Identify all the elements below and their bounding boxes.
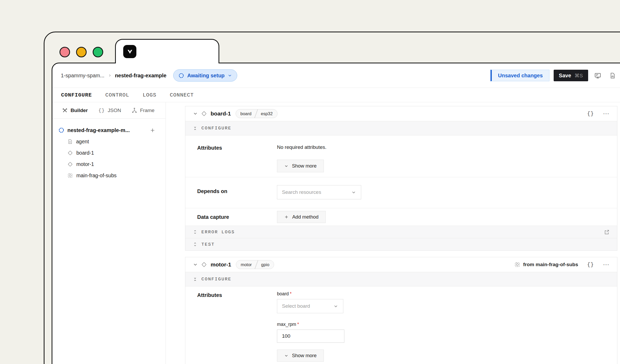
diamond-icon	[201, 111, 207, 117]
chevron-down-icon	[333, 304, 338, 309]
configure-canvas: board-1 board esp32 {} ⋯	[166, 102, 620, 364]
traffic-lights	[59, 47, 103, 57]
configure-sidebar: Builder {} JSON Frame	[52, 102, 166, 364]
tree-item-motor-1[interactable]: motor-1	[52, 159, 166, 170]
resource-type-tags: board esp32	[236, 109, 277, 118]
ellipsis-icon: ⋯	[603, 261, 610, 268]
tab-logs[interactable]: LOGS	[143, 92, 156, 98]
select-placeholder: Search resources	[282, 189, 351, 195]
depends-on-select[interactable]: Search resources	[277, 185, 361, 199]
breadcrumb-parent[interactable]: 1-spammy-spam...	[61, 73, 105, 79]
add-method-label: Add method	[292, 214, 319, 220]
field-name: max_rpm	[277, 322, 296, 327]
fragment-source: from main-frag-of-subs	[514, 262, 578, 267]
unsaved-changes-label: Unsaved changes	[498, 73, 543, 79]
configure-section-bar[interactable]: CONFIGURE	[185, 272, 617, 286]
tag-model: esp32	[256, 111, 277, 116]
awaiting-spinner-icon	[178, 73, 184, 79]
app-header: 1-spammy-spam... nested-frag-example Awa…	[52, 63, 620, 88]
card-more-button[interactable]: ⋯	[603, 110, 610, 117]
tab-connect[interactable]: CONNECT	[170, 92, 194, 98]
show-more-button[interactable]: Show more	[277, 350, 324, 362]
machine-part-icon	[58, 127, 65, 133]
data-capture-label: Data capture	[197, 214, 277, 220]
section-label: CONFIGURE	[201, 277, 231, 282]
plus-icon	[284, 215, 289, 219]
chevron-down-icon	[351, 190, 356, 195]
tree-item-label: board-1	[76, 150, 94, 156]
app-window: 1-spammy-spam... nested-frag-example Awa…	[52, 63, 620, 364]
expand-vertical-icon	[193, 242, 197, 247]
diamond-icon	[201, 262, 207, 267]
chevron-down-icon	[284, 353, 289, 358]
tree-item-main-frag-of-subs[interactable]: main-frag-of-subs	[52, 170, 166, 181]
max-rpm-input[interactable]	[277, 330, 344, 343]
attributes-row: Attributes No required attributes. Show …	[185, 135, 617, 177]
resource-type-tags: motor gpio	[236, 260, 274, 269]
collapse-card-chevron[interactable]	[193, 262, 198, 267]
resource-card-board-1: board-1 board esp32 {} ⋯	[185, 106, 617, 251]
card-header: motor-1 motor gpio from main-frag-	[185, 257, 617, 272]
fragment-icon	[514, 262, 520, 267]
machine-status-dropdown[interactable]: Awaiting setup	[173, 69, 237, 82]
browser-tab[interactable]	[115, 39, 219, 63]
machine-name: nested-frag-example	[115, 73, 167, 79]
show-more-button[interactable]: Show more	[277, 160, 324, 172]
expand-vertical-icon	[193, 230, 197, 234]
resource-tree: nested-frag-example-m... agent	[52, 119, 166, 181]
show-more-label: Show more	[292, 163, 317, 169]
sidebar-mode-switcher: Builder {} JSON Frame	[52, 102, 166, 119]
tab-configure[interactable]: CONFIGURE	[61, 92, 92, 98]
configure-section-bar[interactable]: CONFIGURE	[185, 121, 617, 135]
status-label: Awaiting setup	[187, 73, 225, 79]
board-select[interactable]: Select board	[277, 299, 343, 313]
fragment-source-label: from main-frag-of-subs	[523, 262, 578, 267]
attributes-label: Attributes	[197, 144, 277, 172]
tab-control[interactable]: CONTROL	[105, 92, 129, 98]
machine-report-icon[interactable]	[607, 70, 618, 81]
add-resource-button[interactable]	[150, 127, 156, 133]
select-placeholder: Select board	[282, 303, 333, 309]
mode-frame[interactable]: Frame	[132, 108, 155, 113]
save-shortcut: ⌘S	[574, 73, 583, 79]
tree-item-board-1[interactable]: board-1	[52, 147, 166, 159]
close-window-button[interactable]	[59, 47, 70, 57]
zoom-window-button[interactable]	[93, 47, 103, 57]
attributes-row: Attributes board* Select board	[185, 286, 617, 364]
tree-root-label: nested-frag-example-m...	[67, 127, 147, 133]
add-method-button[interactable]: Add method	[277, 211, 326, 223]
tree-root-machine[interactable]: nested-frag-example-m...	[52, 124, 166, 136]
collapse-card-chevron[interactable]	[193, 111, 198, 116]
card-title: motor-1	[211, 261, 231, 268]
show-more-label: Show more	[292, 353, 317, 358]
tools-icon	[62, 108, 68, 113]
edit-json-icon[interactable]: {}	[587, 111, 594, 117]
depends-on-row: Depends on Search resources	[185, 177, 617, 208]
card-more-button[interactable]: ⋯	[603, 261, 610, 268]
breadcrumb: 1-spammy-spam... nested-frag-example	[61, 73, 166, 79]
required-asterisk: *	[297, 322, 299, 327]
open-external-icon[interactable]	[604, 229, 610, 235]
mode-json[interactable]: {} JSON	[98, 108, 121, 113]
mode-frame-label: Frame	[140, 108, 155, 113]
frame-axes-icon	[132, 108, 137, 113]
edit-json-icon[interactable]: {}	[587, 262, 594, 268]
chevron-right-icon	[108, 74, 112, 77]
viam-logo-icon	[123, 45, 136, 58]
max-rpm-field-label: max_rpm*	[277, 322, 299, 327]
no-required-attributes-note: No required attributes.	[277, 144, 326, 150]
mode-builder[interactable]: Builder	[62, 108, 88, 113]
test-section-bar[interactable]: TEST	[185, 238, 617, 250]
fragment-icon	[67, 173, 73, 178]
error-logs-section-bar[interactable]: ERROR LOGS	[185, 226, 617, 238]
card-header: board-1 board esp32 {} ⋯	[185, 106, 617, 121]
save-button[interactable]: Save ⌘S	[554, 70, 588, 81]
machine-terminal-icon[interactable]	[592, 70, 603, 81]
tag-model: gpio	[257, 262, 274, 267]
section-label: CONFIGURE	[201, 126, 231, 131]
braces-icon: {}	[98, 108, 105, 113]
tag-type: board	[236, 111, 256, 116]
tree-item-agent[interactable]: agent	[52, 136, 166, 147]
diamond-icon	[67, 150, 73, 156]
minimize-window-button[interactable]	[76, 47, 87, 57]
